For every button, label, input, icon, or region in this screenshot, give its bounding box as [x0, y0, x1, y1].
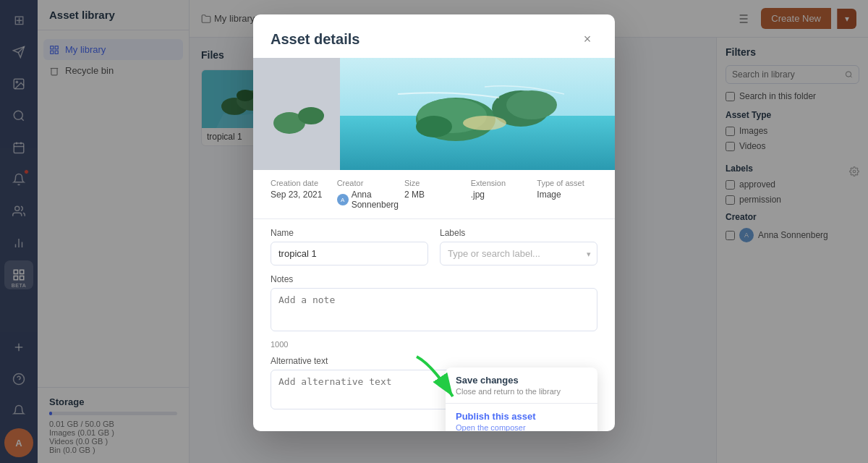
notes-group: Notes	[271, 274, 597, 334]
image-thumbnail-small	[253, 58, 340, 170]
image-main	[340, 58, 615, 170]
type-value: Image	[537, 190, 597, 200]
extension-value: .jpg	[471, 190, 532, 200]
name-field-group: Name	[271, 228, 428, 266]
size-label: Size	[404, 179, 465, 187]
modal-overlay[interactable]: Asset details ×	[0, 0, 868, 463]
labels-field-label: Labels	[440, 228, 597, 238]
modal-title: Asset details	[271, 31, 359, 48]
modal-close-button[interactable]: ×	[577, 29, 597, 49]
creation-date-label: Creation date	[271, 179, 331, 187]
save-changes-title: Save changes	[456, 375, 587, 386]
save-dropdown: Save changes Close and return to the lib…	[446, 368, 597, 431]
extension-label: Extension	[471, 179, 532, 187]
labels-field-group: Labels Type or search label... ▾	[440, 228, 597, 266]
labels-select-wrap: Type or search label... ▾	[440, 242, 597, 266]
publish-option[interactable]: Publish this asset Open the composer	[446, 404, 597, 431]
labels-select[interactable]: Type or search label...	[440, 242, 597, 266]
notes-label: Notes	[271, 274, 597, 284]
svg-point-51	[463, 116, 506, 130]
meta-creation-date: Creation date Sep 23, 2021	[271, 179, 331, 210]
svg-point-49	[506, 90, 557, 119]
name-input[interactable]	[271, 242, 428, 266]
creator-value: A Anna Sonnenberg	[337, 190, 399, 210]
meta-size: Size 2 MB	[404, 179, 465, 210]
modal-meta: Creation date Sep 23, 2021 Creator A Ann…	[253, 170, 615, 219]
creator-label: Creator	[337, 179, 399, 187]
asset-details-modal: Asset details ×	[253, 14, 615, 431]
svg-point-43	[298, 107, 324, 124]
size-value: 2 MB	[404, 190, 465, 200]
type-label: Type of asset	[537, 179, 597, 187]
name-field-label: Name	[271, 228, 428, 238]
modal-image-area	[253, 58, 615, 170]
main-image-svg	[340, 58, 615, 170]
char-count: 1000	[271, 340, 597, 349]
alt-text-label: Alternative text	[271, 356, 597, 366]
meta-type: Type of asset Image	[537, 179, 597, 210]
publish-sub: Open the composer	[456, 423, 587, 431]
notes-textarea[interactable]	[271, 288, 597, 331]
publish-title: Publish this asset	[456, 411, 587, 422]
save-changes-sub: Close and return to the library	[456, 387, 587, 396]
svg-point-50	[416, 116, 452, 137]
creator-small-avatar: A	[337, 194, 349, 205]
thumb-svg	[253, 58, 340, 170]
meta-creator: Creator A Anna Sonnenberg	[337, 179, 399, 210]
save-changes-option[interactable]: Save changes Close and return to the lib…	[446, 368, 597, 403]
meta-extension: Extension .jpg	[471, 179, 532, 210]
modal-header: Asset details ×	[253, 14, 615, 58]
creation-date-value: Sep 23, 2021	[271, 190, 331, 200]
name-labels-row: Name Labels Type or search label... ▾	[271, 228, 597, 266]
